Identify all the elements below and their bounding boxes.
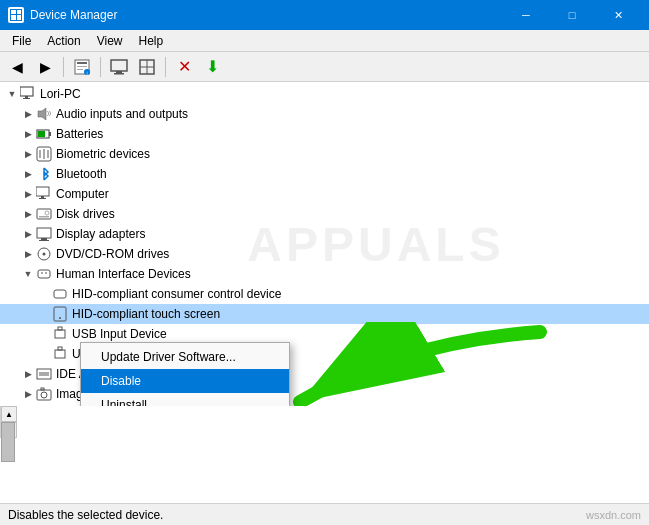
properties-button[interactable]: i [69, 55, 95, 79]
hid-label: Human Interface Devices [56, 267, 191, 281]
biometric-toggle[interactable]: ▶ [20, 146, 36, 162]
update-button[interactable]: ⬇ [199, 55, 225, 79]
svg-rect-19 [23, 98, 30, 99]
scroll-up[interactable]: ▲ [1, 406, 17, 422]
disk-icon [36, 206, 52, 222]
svg-rect-7 [77, 66, 87, 67]
tree-item-bluetooth[interactable]: ▶ Bluetooth [0, 164, 649, 184]
batteries-label: Batteries [56, 127, 103, 141]
svg-rect-35 [37, 228, 51, 238]
bluetooth-label: Bluetooth [56, 167, 107, 181]
scan-button[interactable] [134, 55, 160, 79]
disk-label: Disk drives [56, 207, 115, 221]
svg-rect-47 [58, 327, 62, 330]
tree-item-computer[interactable]: ▶ Computer [0, 184, 649, 204]
hid-touch-icon [52, 306, 68, 322]
menu-action[interactable]: Action [39, 32, 88, 50]
bluetooth-icon [36, 166, 52, 182]
back-button[interactable]: ◀ [4, 55, 30, 79]
hid-consumer-icon [52, 286, 68, 302]
imaging-toggle[interactable]: ▶ [20, 386, 36, 402]
maximize-button[interactable]: □ [549, 0, 595, 30]
context-menu: Update Driver Software... Disable Uninst… [80, 342, 290, 406]
svg-rect-17 [20, 87, 33, 96]
svg-point-53 [41, 392, 47, 398]
menu-file[interactable]: File [4, 32, 39, 50]
svg-rect-1 [11, 10, 16, 14]
forward-button[interactable]: ▶ [32, 55, 58, 79]
computer-tree-icon [36, 186, 52, 202]
svg-point-39 [43, 253, 46, 256]
svg-marker-20 [38, 108, 46, 120]
menu-help[interactable]: Help [131, 32, 172, 50]
app-icon [8, 7, 24, 23]
context-disable[interactable]: Disable [81, 369, 289, 393]
batteries-toggle[interactable]: ▶ [20, 126, 36, 142]
dvd-icon [36, 246, 52, 262]
remove-button[interactable]: ✕ [171, 55, 197, 79]
display-toggle[interactable]: ▶ [20, 226, 36, 242]
tree-container: APPUALS ▼ Lori-PC ▶ [0, 82, 649, 503]
status-message: Disables the selected device. [8, 508, 163, 522]
svg-rect-37 [39, 240, 49, 241]
svg-rect-23 [49, 132, 51, 136]
svg-rect-49 [58, 347, 62, 350]
root-toggle[interactable]: ▼ [4, 86, 20, 102]
context-update-driver[interactable]: Update Driver Software... [81, 345, 289, 369]
tree-item-audio[interactable]: ▶ )) Audio inputs and outputs [0, 104, 649, 124]
tree-item-batteries[interactable]: ▶ Batteries [0, 124, 649, 144]
tree-view[interactable]: APPUALS ▼ Lori-PC ▶ [0, 82, 649, 406]
tree-item-dvd[interactable]: ▶ DVD/CD-ROM drives [0, 244, 649, 264]
biometric-icon [36, 146, 52, 162]
computer-toggle[interactable]: ▶ [20, 186, 36, 202]
dvd-toggle[interactable]: ▶ [20, 246, 36, 262]
context-uninstall[interactable]: Uninstall [81, 393, 289, 406]
svg-rect-48 [55, 350, 65, 358]
tree-item-biometric[interactable]: ▶ Biometric devices [0, 144, 649, 164]
menu-view[interactable]: View [89, 32, 131, 50]
tree-item-disk[interactable]: ▶ Disk drives [0, 204, 649, 224]
ide-icon [36, 366, 52, 382]
menu-bar: File Action View Help [0, 30, 649, 52]
svg-rect-43 [54, 290, 66, 298]
disk-toggle[interactable]: ▶ [20, 206, 36, 222]
separator-1 [63, 57, 64, 77]
svg-rect-54 [41, 388, 44, 390]
svg-rect-40 [38, 270, 50, 278]
svg-rect-51 [39, 372, 49, 376]
minimize-button[interactable]: ─ [503, 0, 549, 30]
svg-rect-6 [77, 62, 87, 64]
biometric-label: Biometric devices [56, 147, 150, 161]
hid-consumer-label: HID-compliant consumer control device [72, 287, 281, 301]
close-button[interactable]: ✕ [595, 0, 641, 30]
imaging-icon [36, 386, 52, 402]
svg-rect-8 [77, 69, 83, 70]
tree-item-usb1[interactable]: ▶ USB Input Device [0, 324, 649, 344]
scroll-thumb[interactable] [1, 422, 15, 462]
tree-item-hid[interactable]: ▼ Human Interface Devices [0, 264, 649, 284]
computer-label: Computer [56, 187, 109, 201]
display-label: Display adapters [56, 227, 145, 241]
ide-toggle[interactable]: ▶ [20, 366, 36, 382]
hid-toggle[interactable]: ▼ [20, 266, 36, 282]
tree-item-display[interactable]: ▶ Display adapters [0, 224, 649, 244]
svg-rect-33 [39, 216, 49, 218]
svg-rect-11 [111, 60, 127, 71]
hid-touch-label: HID-compliant touch screen [72, 307, 220, 321]
svg-text:i: i [86, 70, 87, 76]
separator-3 [165, 57, 166, 77]
svg-point-34 [45, 211, 49, 215]
title-bar: Device Manager ─ □ ✕ [0, 0, 649, 30]
tree-root[interactable]: ▼ Lori-PC [0, 84, 649, 104]
window-title: Device Manager [30, 8, 503, 22]
dvd-label: DVD/CD-ROM drives [56, 247, 169, 261]
computer-button[interactable] [106, 55, 132, 79]
svg-rect-36 [41, 238, 47, 240]
tree-item-hid-touch[interactable]: ▶ HID-compliant touch screen [0, 304, 649, 324]
bluetooth-toggle[interactable]: ▶ [20, 166, 36, 182]
tree-item-hid-consumer[interactable]: ▶ HID-compliant consumer control device [0, 284, 649, 304]
scrollbar[interactable]: ▲ ▼ [0, 406, 16, 438]
separator-2 [100, 57, 101, 77]
toolbar: ◀ ▶ i ✕ ⬇ [0, 52, 649, 82]
audio-toggle[interactable]: ▶ [20, 106, 36, 122]
